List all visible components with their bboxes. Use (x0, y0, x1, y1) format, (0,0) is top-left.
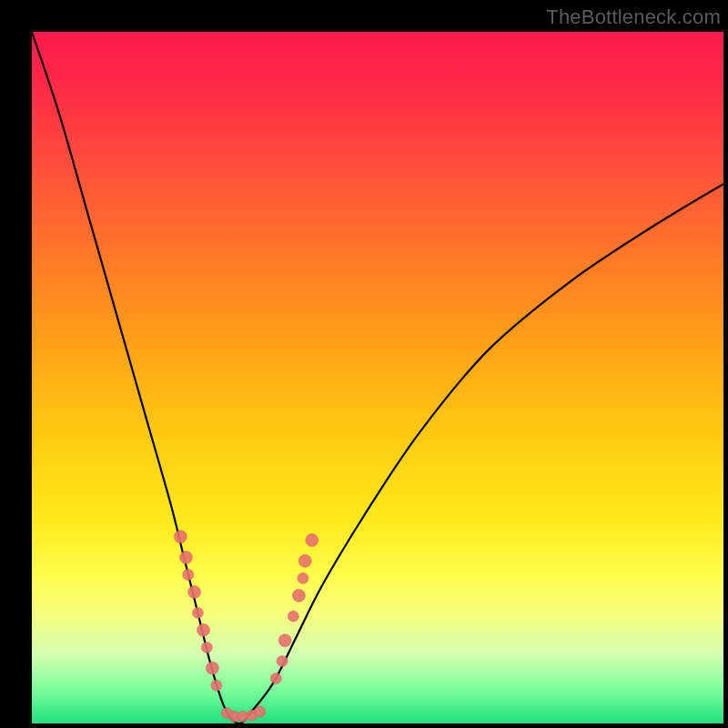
data-marker (270, 673, 281, 684)
data-marker (298, 572, 308, 583)
data-marker (278, 634, 291, 647)
data-marker (206, 662, 218, 674)
watermark-text: TheBottleneck.com (546, 5, 721, 29)
curve-layer (32, 32, 723, 723)
data-marker (306, 534, 318, 547)
data-marker (188, 586, 201, 599)
data-marker (288, 611, 298, 622)
data-marker (292, 589, 305, 602)
bottleneck-curve (32, 32, 723, 723)
data-marker (255, 706, 266, 717)
marker-group (174, 531, 318, 723)
data-marker (180, 551, 193, 564)
data-marker (298, 554, 311, 567)
data-marker (201, 642, 212, 652)
data-marker (174, 531, 187, 543)
data-marker (197, 623, 210, 636)
chart-frame: TheBottleneck.com (0, 0, 728, 728)
data-marker (277, 656, 288, 667)
data-marker (211, 680, 222, 691)
data-marker (183, 570, 194, 581)
data-marker (192, 607, 203, 618)
plot-area (32, 32, 723, 723)
